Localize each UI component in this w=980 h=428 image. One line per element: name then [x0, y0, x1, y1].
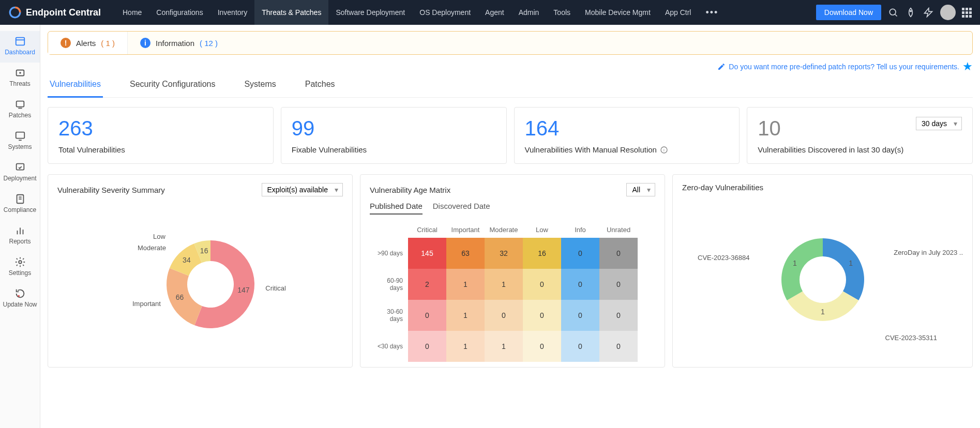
- sidebar-item-deployment[interactable]: Deployment: [0, 157, 40, 189]
- apps-grid-icon[interactable]: [962, 8, 972, 18]
- bolt-icon[interactable]: [923, 7, 934, 18]
- matrix-cell[interactable]: 1: [485, 331, 523, 362]
- information-tab[interactable]: i Information ( 12 ): [128, 32, 230, 54]
- sidebar-item-update-now[interactable]: Update Now: [0, 283, 40, 315]
- subtab-patches[interactable]: Patches: [303, 74, 337, 97]
- matrix-cell[interactable]: 16: [523, 238, 561, 269]
- card-label: Vulnerabilities Discovered in last 30 da…: [758, 145, 962, 154]
- pencil-icon: [717, 63, 726, 71]
- age-title: Vulnerability Age Matrix: [370, 186, 450, 194]
- sidebar-icon: [14, 67, 26, 79]
- svg-point-1: [889, 9, 896, 15]
- svg-text:66: 66: [176, 293, 184, 301]
- card-label: Total Vulnerabilities: [58, 145, 263, 154]
- nav-tools[interactable]: Tools: [546, 0, 578, 25]
- label-cve-35311: CVE-2023-35311: [885, 334, 937, 342]
- matrix-cell[interactable]: 32: [485, 238, 523, 269]
- alerts-label: Alerts: [76, 39, 96, 48]
- avatar[interactable]: [940, 5, 956, 20]
- label-cve-36884: CVE-2023-36884: [698, 254, 749, 262]
- nav-inventory[interactable]: Inventory: [210, 0, 255, 25]
- label-moderate: Moderate: [138, 244, 166, 252]
- sidebar-item-threats[interactable]: Threats: [0, 63, 40, 94]
- matrix-col-header: Critical: [408, 222, 446, 238]
- nav-admin[interactable]: Admin: [511, 0, 547, 25]
- nav-app-ctrl[interactable]: App Ctrl: [658, 0, 699, 25]
- nav-configurations[interactable]: Configurations: [149, 0, 210, 25]
- matrix-cell[interactable]: 0: [561, 300, 599, 331]
- label-zeroday-july: ZeroDay in July 2023 ..: [894, 249, 963, 256]
- nav-home[interactable]: Home: [115, 0, 149, 25]
- sidebar-item-patches[interactable]: Patches: [0, 94, 40, 126]
- severity-select[interactable]: Exploit(s) available: [262, 183, 343, 196]
- subtab-vulnerabilities[interactable]: Vulnerabilities: [48, 74, 103, 98]
- matrix-cell[interactable]: 1: [446, 269, 485, 300]
- rocket-icon[interactable]: [905, 7, 916, 18]
- card-label: Vulnerabilities With Manual Resolution i: [525, 145, 729, 154]
- nav-threats-patches[interactable]: Threats & Patches: [254, 0, 328, 25]
- matrix-cell[interactable]: 0: [523, 269, 561, 300]
- information-count: ( 12 ): [200, 39, 218, 48]
- svg-rect-9: [16, 101, 24, 107]
- matrix-cell[interactable]: 0: [561, 269, 599, 300]
- nav-agent[interactable]: Agent: [478, 0, 511, 25]
- promo-link[interactable]: Do you want more pre-defined patch repor…: [729, 63, 959, 71]
- svg-rect-11: [16, 132, 24, 139]
- matrix-row-label: >90 days: [370, 238, 408, 269]
- alerts-tab[interactable]: ! Alerts ( 1 ): [48, 32, 128, 54]
- matrix-col-header: Moderate: [485, 222, 523, 238]
- age-tabs: Published DateDiscovered Date: [370, 202, 655, 215]
- age-tab-discovered-date[interactable]: Discovered Date: [433, 202, 490, 215]
- matrix-cell[interactable]: 0: [561, 238, 599, 269]
- summary-card-3[interactable]: 30 days10Vulnerabilities Discovered in l…: [747, 107, 973, 164]
- matrix-cell[interactable]: 145: [408, 238, 446, 269]
- matrix-cell[interactable]: 0: [561, 331, 599, 362]
- nav-software-deployment[interactable]: Software Deployment: [328, 0, 412, 25]
- matrix-cell[interactable]: 63: [446, 238, 485, 269]
- matrix-cell[interactable]: 0: [599, 238, 638, 269]
- nav-mobile-device-mgmt[interactable]: Mobile Device Mgmt: [578, 0, 658, 25]
- matrix-cell[interactable]: 0: [485, 300, 523, 331]
- matrix-cell[interactable]: 1: [446, 331, 485, 362]
- age-select[interactable]: All: [626, 183, 655, 196]
- summary-card-0[interactable]: 263Total Vulnerabilities: [48, 107, 274, 164]
- subtab-security-configurations[interactable]: Security Configurations: [128, 74, 217, 97]
- sidebar-icon: [14, 225, 26, 236]
- sidebar-item-settings[interactable]: Settings: [0, 252, 40, 283]
- svg-text:i: i: [664, 147, 665, 152]
- summary-card-1[interactable]: 99Fixable Vulnerabilities: [281, 107, 507, 164]
- svg-point-8: [19, 72, 21, 74]
- star-icon[interactable]: ★: [962, 60, 973, 73]
- matrix-cell[interactable]: 0: [408, 300, 446, 331]
- card-period-select[interactable]: 30 days: [916, 117, 962, 130]
- matrix-cell[interactable]: 0: [408, 331, 446, 362]
- sidebar-item-compliance[interactable]: Compliance: [0, 189, 40, 220]
- sidebar-icon: [14, 162, 26, 173]
- nav-os-deployment[interactable]: OS Deployment: [412, 0, 478, 25]
- matrix-cell[interactable]: 1: [446, 300, 485, 331]
- matrix-cell[interactable]: 2: [408, 269, 446, 300]
- matrix-cell[interactable]: 0: [523, 300, 561, 331]
- sidebar-item-reports[interactable]: Reports: [0, 220, 40, 252]
- matrix-row-label: <30 days: [370, 331, 408, 362]
- svg-text:34: 34: [183, 256, 191, 264]
- subtab-systems[interactable]: Systems: [242, 74, 278, 97]
- age-tab-published-date[interactable]: Published Date: [370, 202, 423, 215]
- search-icon[interactable]: [887, 7, 899, 18]
- matrix-cell[interactable]: 0: [523, 331, 561, 362]
- summary-card-2[interactable]: 164Vulnerabilities With Manual Resolutio…: [514, 107, 740, 164]
- sidebar-item-systems[interactable]: Systems: [0, 126, 40, 157]
- matrix-cell[interactable]: 1: [485, 269, 523, 300]
- nav-more-icon[interactable]: •••: [698, 7, 726, 18]
- download-button[interactable]: Download Now: [816, 5, 881, 20]
- summary-cards: 263Total Vulnerabilities99Fixable Vulner…: [48, 107, 973, 164]
- matrix-cell[interactable]: 0: [599, 331, 638, 362]
- card-label: Fixable Vulnerabilities: [292, 145, 496, 154]
- sidebar-icon: [14, 36, 26, 47]
- zeroday-title: Zero-day Vulnerabilities: [682, 183, 763, 192]
- matrix-col-header: Info: [561, 222, 599, 238]
- matrix-cell[interactable]: 0: [599, 300, 638, 331]
- sidebar-item-dashboard[interactable]: Dashboard: [0, 31, 40, 63]
- matrix-cell[interactable]: 0: [599, 269, 638, 300]
- info-icon[interactable]: i: [660, 146, 668, 154]
